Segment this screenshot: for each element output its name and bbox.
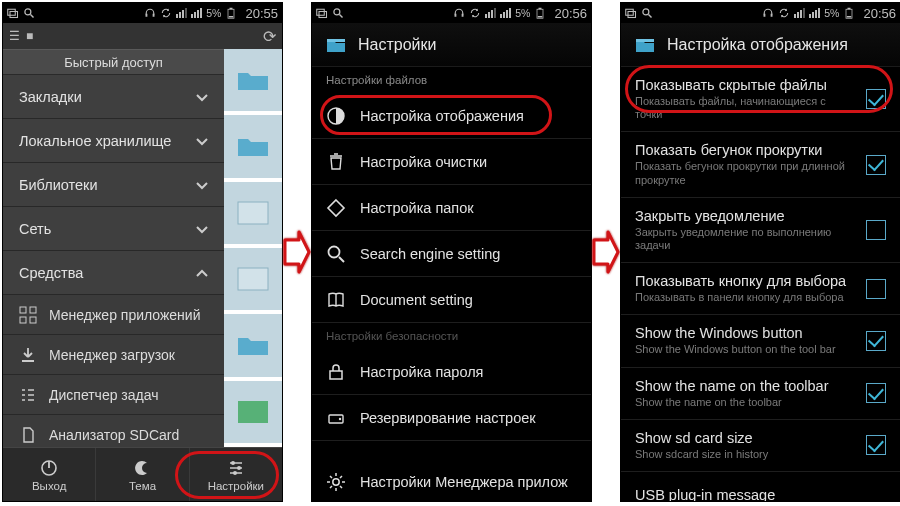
tool-app-manager[interactable]: Менеджер приложений	[3, 295, 224, 335]
clock-text: 20:55	[245, 6, 278, 21]
signal-icon	[809, 8, 820, 18]
label: Показывать кнопку для выбора	[635, 273, 852, 289]
label: Настройка папок	[360, 200, 474, 216]
drawer-item-network[interactable]: Сеть	[3, 207, 224, 251]
app-bar: Настройки	[312, 23, 591, 67]
sublabel: Show the Windows button on the tool bar	[635, 343, 852, 356]
drawer-item-local[interactable]: Локальное хранилище	[3, 119, 224, 163]
label: Библиотеки	[19, 177, 98, 193]
pref-usb-message[interactable]: USB plug-in message	[621, 472, 900, 502]
svg-point-19	[237, 466, 241, 470]
svg-rect-38	[626, 9, 634, 15]
signal-icon	[485, 8, 496, 18]
setting-password[interactable]: Настройка пароля	[312, 349, 591, 395]
flow-arrow	[283, 2, 311, 502]
battery-icon	[225, 7, 237, 19]
app-icon[interactable]	[633, 33, 657, 57]
label: Средства	[19, 265, 83, 281]
status-bar: 5% 20:56	[312, 3, 591, 23]
pref-sd-size[interactable]: Show sd card size Show sdcard size in hi…	[621, 420, 900, 472]
sublabel: Закрыть уведомление по выполнению задачи	[635, 226, 852, 252]
checkbox[interactable]	[866, 89, 886, 109]
checkbox[interactable]	[866, 331, 886, 351]
label: USB plug-in message	[635, 487, 886, 502]
checkbox[interactable]	[866, 220, 886, 240]
phone-drawer: 5% 20:55 ☰ ■ ⟳ Быстрый доступ Закладки Л…	[2, 2, 283, 502]
tab[interactable]: ■	[26, 29, 33, 43]
svg-rect-39	[628, 12, 636, 18]
headphones-icon	[453, 7, 465, 19]
svg-rect-9	[238, 202, 268, 224]
headphones-icon	[762, 7, 774, 19]
svg-rect-28	[539, 8, 542, 10]
setting-document[interactable]: Document setting	[312, 277, 591, 323]
app-icon[interactable]	[324, 33, 348, 57]
setting-cleanup[interactable]: Настройка очистки	[312, 139, 591, 185]
clock-text: 20:56	[554, 6, 587, 21]
drive-icon	[326, 408, 346, 428]
pref-scroll-thumb[interactable]: Показать бегунок прокрутки Показать бегу…	[621, 132, 900, 197]
page-title: Настройки	[358, 36, 436, 54]
pref-hidden-files[interactable]: Показывать скрытые файлы Показывать файл…	[621, 67, 900, 132]
headphones-icon	[144, 7, 156, 19]
label: Show sd card size	[635, 430, 852, 446]
category-security: Настройки безопасности	[312, 323, 591, 349]
svg-rect-25	[455, 14, 457, 17]
theme-button[interactable]: Тема	[96, 448, 189, 501]
svg-line-3	[31, 15, 34, 18]
svg-point-32	[329, 246, 340, 257]
label: Показать бегунок прокрутки	[635, 142, 852, 158]
home-icon[interactable]: ☰	[9, 29, 20, 43]
drawer-heading: Быстрый доступ	[3, 49, 224, 75]
setting-backup[interactable]: Резервирование настроек	[312, 395, 591, 441]
label: Настройка очистки	[360, 154, 487, 170]
search-icon	[332, 7, 344, 19]
tool-sd-analyzer[interactable]: Анализатор SDCard	[3, 415, 224, 447]
svg-rect-30	[327, 39, 345, 42]
drawer-item-libraries[interactable]: Библиотеки	[3, 163, 224, 207]
battery-text: 5%	[824, 7, 839, 19]
label: Document setting	[360, 292, 473, 308]
lock-icon	[326, 362, 346, 382]
drawer-item-bookmarks[interactable]: Закладки	[3, 75, 224, 119]
pref-select-button[interactable]: Показывать кнопку для выбора Показывать …	[621, 263, 900, 315]
window-icon	[7, 7, 19, 19]
checkbox[interactable]	[866, 279, 886, 299]
status-bar: 5% 20:55	[3, 3, 282, 23]
exit-icon	[39, 458, 59, 478]
setting-folders[interactable]: Настройка папок	[312, 185, 591, 231]
svg-rect-7	[230, 8, 233, 10]
sync-icon	[469, 7, 481, 19]
drawer-item-tools[interactable]: Средства	[3, 251, 224, 295]
theme-icon	[132, 458, 152, 478]
search-icon	[326, 244, 346, 264]
sync-icon	[160, 7, 172, 19]
svg-rect-10	[238, 268, 268, 290]
svg-line-41	[649, 15, 652, 18]
pref-close-notification[interactable]: Закрыть уведомление Закрыть уведомление …	[621, 198, 900, 263]
pref-name-toolbar[interactable]: Show the name on the toolbar Show the na…	[621, 368, 900, 420]
settings-button[interactable]: Настройки	[190, 448, 282, 501]
svg-rect-13	[30, 307, 36, 313]
svg-rect-26	[462, 14, 464, 17]
tool-download-manager[interactable]: Менеджер загрузок	[3, 335, 224, 375]
pref-windows-button[interactable]: Show the Windows button Show the Windows…	[621, 315, 900, 367]
label: Локальное хранилище	[19, 133, 171, 149]
chevron-down-icon	[194, 177, 210, 193]
svg-rect-14	[20, 317, 26, 323]
flow-arrow	[592, 2, 620, 502]
book-icon	[326, 290, 346, 310]
setting-app-manager[interactable]: Настройки Менеджера прилож	[312, 459, 591, 502]
chevron-down-icon	[194, 221, 210, 237]
setting-search[interactable]: Search engine setting	[312, 231, 591, 277]
checkbox[interactable]	[866, 435, 886, 455]
refresh-icon[interactable]: ⟳	[263, 27, 276, 46]
checkbox[interactable]	[866, 383, 886, 403]
svg-point-23	[334, 9, 340, 15]
search-icon	[23, 7, 35, 19]
label: Закладки	[19, 89, 82, 105]
tool-task-manager[interactable]: Диспетчер задач	[3, 375, 224, 415]
setting-display[interactable]: Настройка отображения	[312, 93, 591, 139]
exit-button[interactable]: Выход	[3, 448, 96, 501]
checkbox[interactable]	[866, 155, 886, 175]
